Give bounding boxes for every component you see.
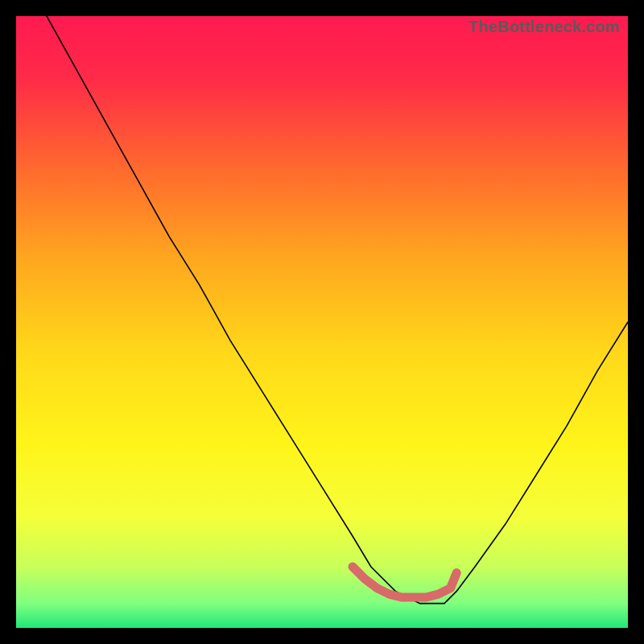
- watermark-text: TheBottleneck.com: [469, 18, 620, 36]
- plot-area: TheBottleneck.com: [16, 16, 628, 628]
- gradient-background: [16, 16, 628, 628]
- chart-frame: TheBottleneck.com: [0, 0, 644, 644]
- chart-svg: [16, 16, 628, 628]
